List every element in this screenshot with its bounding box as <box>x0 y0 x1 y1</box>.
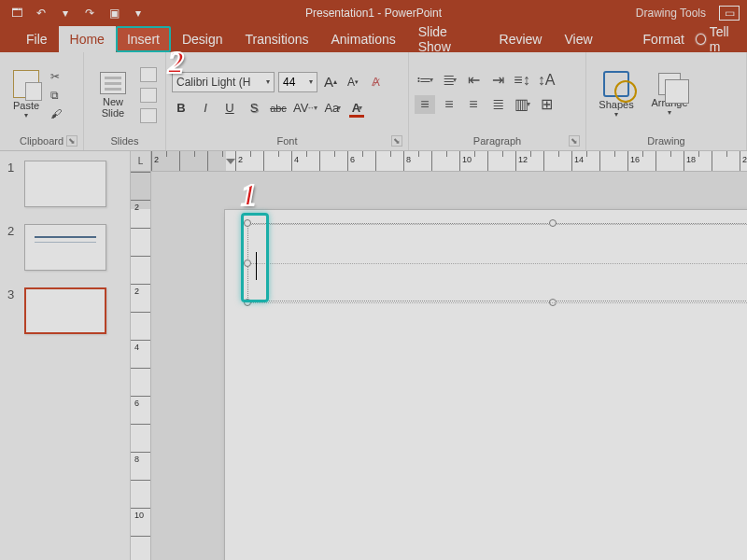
font-size-combo[interactable]: 44▾ <box>278 72 317 92</box>
paste-button[interactable]: Paste ▾ <box>6 70 47 119</box>
ruler-corner[interactable]: L <box>131 151 151 172</box>
font-name-combo[interactable]: Calibri Light (H▾ <box>172 72 275 92</box>
clipboard-dialog[interactable]: ⬊ <box>66 135 78 147</box>
bullets-button[interactable]: ≔▾ <box>415 71 435 90</box>
tab-slideshow[interactable]: Slide Show <box>407 26 488 52</box>
tab-format[interactable]: Format <box>632 26 696 52</box>
shrink-font-button[interactable]: A▾ <box>344 72 362 92</box>
cut-icon[interactable]: ✂ <box>50 70 67 83</box>
thumb-num: 2 <box>7 224 21 238</box>
bold-button[interactable]: B <box>172 98 190 119</box>
canvas[interactable] <box>151 172 747 560</box>
slide-thumbnails: 1 2 3 <box>0 151 131 560</box>
group-paragraph: ≔▾ ≣▾ ⇤ ⇥ ≡↕ ↕A ≡ ≡ ≡ ≣ ▥▾ ⊞ Paragraph⬊ <box>409 52 586 150</box>
handle[interactable] <box>549 219 557 227</box>
font-dialog[interactable]: ⬊ <box>391 135 402 147</box>
tab-home[interactable]: Home <box>59 26 116 52</box>
underline-button[interactable]: U <box>220 98 239 119</box>
qat-more[interactable]: ▾ <box>127 3 149 23</box>
group-drawing: Shapes ▾ Arrange ▾ Drawing <box>586 52 747 150</box>
strike-button[interactable]: abc <box>269 98 288 119</box>
spacing-button[interactable]: AV↔▾ <box>293 98 317 119</box>
line-spacing-button[interactable]: ≡↕ <box>512 71 532 90</box>
clear-format-button[interactable]: A̷ <box>366 72 385 92</box>
indent-inc-button[interactable]: ⇥ <box>487 71 508 90</box>
tell-me-label: Tell m <box>710 24 740 54</box>
start-slideshow-icon[interactable]: ▣ <box>103 3 125 23</box>
undo-icon[interactable]: ↶ <box>30 3 52 23</box>
tutorial-highlight-1 <box>241 213 269 302</box>
ribbon-tabs: File Home Insert Design Transitions Anim… <box>0 26 747 52</box>
undo-dropdown[interactable]: ▾ <box>54 3 77 23</box>
indent-dec-button[interactable]: ⇤ <box>463 71 484 90</box>
thumbnail-row[interactable]: 3 <box>7 287 122 334</box>
numbering-button[interactable]: ≣▾ <box>439 71 459 90</box>
text-direction-button[interactable]: ↕A <box>536 71 557 90</box>
thumbnail-row[interactable]: 1 <box>7 161 122 207</box>
align-left-button[interactable]: ≡ <box>415 95 435 114</box>
section-icon[interactable] <box>140 108 157 123</box>
tab-view[interactable]: View <box>553 26 603 52</box>
thumbnail-row[interactable]: 2 <box>7 224 122 271</box>
ruler-vertical[interactable]: 2246810121416 <box>131 172 151 560</box>
layout-icon[interactable] <box>140 67 157 82</box>
bulb-icon <box>696 34 706 45</box>
paragraph-dialog[interactable]: ⬊ <box>569 135 580 147</box>
group-label-font: Font⬊ <box>172 133 402 148</box>
columns-button[interactable]: ▥▾ <box>512 95 532 114</box>
thumbnail-3[interactable] <box>24 287 106 334</box>
paste-icon <box>13 70 39 98</box>
group-label-slides: Slides <box>90 133 160 148</box>
title-text: Presentation1 - PowerPoint <box>305 7 442 20</box>
group-label-paragraph: Paragraph⬊ <box>415 133 580 148</box>
tab-insert[interactable]: Insert <box>116 26 171 52</box>
grow-font-button[interactable]: A▴ <box>321 72 340 92</box>
reset-icon[interactable] <box>140 88 157 103</box>
copy-icon[interactable]: ⧉ <box>50 89 67 102</box>
new-slide-icon <box>100 72 126 94</box>
tell-me[interactable]: Tell m <box>696 26 747 52</box>
group-font: Calibri Light (H▾ 44▾ A▴ A▾ A̷ B I U S a… <box>166 52 409 150</box>
step-badge-2: 2 <box>168 45 184 80</box>
font-color-button[interactable]: A▾ <box>347 98 366 119</box>
ruler-horizontal[interactable]: 224681012141618202224 <box>151 151 747 172</box>
quick-access-toolbar: 🗔 ↶ ▾ ↷ ▣ ▾ <box>6 3 149 23</box>
slide-editor: L 224681012141618202224 2246810121416 <box>131 151 747 560</box>
group-label-clipboard: Clipboard⬊ <box>6 133 78 148</box>
align-right-button[interactable]: ≡ <box>463 95 484 114</box>
thumbnail-1[interactable] <box>24 161 106 207</box>
workspace: 1 2 3 L 224681012141618202224 2246810121… <box>0 151 747 560</box>
new-slide-button[interactable]: New Slide <box>90 72 136 119</box>
italic-button[interactable]: I <box>196 98 215 119</box>
thumb-num: 1 <box>7 161 21 175</box>
case-button[interactable]: Aa▾ <box>323 98 342 119</box>
title-placeholder[interactable] <box>247 223 747 301</box>
align-center-button[interactable]: ≡ <box>439 95 459 114</box>
shadow-button[interactable]: S <box>245 98 263 119</box>
step-badge-1: 1 <box>241 177 257 213</box>
slide[interactable] <box>224 209 747 560</box>
contextual-tab-title: Drawing Tools <box>636 7 706 20</box>
window-title: Presentation1 - PowerPoint <box>305 7 442 20</box>
align-text-button[interactable]: ⊞ <box>536 95 557 114</box>
tab-file[interactable]: File <box>15 26 59 52</box>
thumb-num: 3 <box>7 287 21 301</box>
thumbnail-2[interactable] <box>24 224 106 271</box>
save-icon[interactable]: 🗔 <box>6 3 28 23</box>
arrange-button[interactable]: Arrange ▾ <box>644 73 695 117</box>
tab-animations[interactable]: Animations <box>319 26 406 52</box>
paste-dropdown[interactable]: ▾ <box>24 111 28 119</box>
tab-review[interactable]: Review <box>488 26 554 52</box>
new-slide-label: New Slide <box>102 96 124 119</box>
arrange-icon <box>658 73 681 95</box>
shapes-button[interactable]: Shapes ▾ <box>592 71 641 119</box>
tab-transitions[interactable]: Transitions <box>234 26 320 52</box>
justify-button[interactable]: ≣ <box>487 95 508 114</box>
redo-icon[interactable]: ↷ <box>78 3 101 23</box>
ribbon: Paste ▾ ✂ ⧉ 🖌 Clipboard⬊ New Slide Slide… <box>0 52 747 151</box>
ribbon-options-icon[interactable]: ▭ <box>719 6 740 21</box>
format-painter-icon[interactable]: 🖌 <box>50 107 67 120</box>
group-label-drawing: Drawing <box>592 133 740 148</box>
paste-label: Paste <box>13 100 39 111</box>
title-bar: 🗔 ↶ ▾ ↷ ▣ ▾ Presentation1 - PowerPoint D… <box>0 0 747 26</box>
